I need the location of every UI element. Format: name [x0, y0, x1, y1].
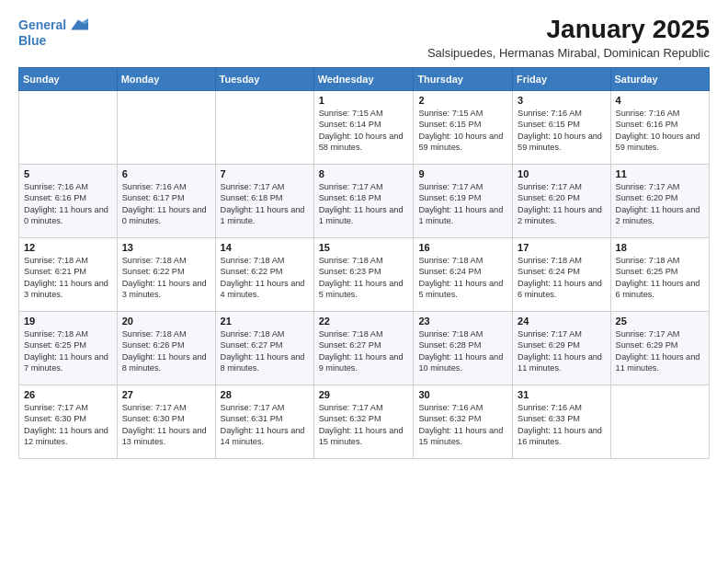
week-row-1: 1Sunrise: 7:15 AM Sunset: 6:14 PM Daylig… [19, 91, 710, 165]
header-thursday: Thursday [414, 68, 513, 91]
day-cell: 11Sunrise: 7:17 AM Sunset: 6:20 PM Dayli… [610, 165, 709, 238]
day-info: Sunrise: 7:17 AM Sunset: 6:29 PM Dayligh… [616, 328, 704, 374]
day-number: 17 [518, 242, 605, 253]
day-info: Sunrise: 7:16 AM Sunset: 6:16 PM Dayligh… [616, 108, 704, 154]
day-cell: 27Sunrise: 7:17 AM Sunset: 6:30 PM Dayli… [117, 385, 215, 459]
day-info: Sunrise: 7:17 AM Sunset: 6:20 PM Dayligh… [518, 181, 605, 227]
day-cell: 30Sunrise: 7:16 AM Sunset: 6:32 PM Dayli… [414, 385, 513, 459]
header-saturday: Saturday [610, 68, 709, 91]
day-cell: 5Sunrise: 7:16 AM Sunset: 6:16 PM Daylig… [19, 165, 118, 238]
logo-icon [68, 15, 88, 35]
calendar-table: Sunday Monday Tuesday Wednesday Thursday… [18, 67, 710, 459]
day-info: Sunrise: 7:16 AM Sunset: 6:33 PM Dayligh… [518, 402, 605, 448]
day-info: Sunrise: 7:18 AM Sunset: 6:25 PM Dayligh… [616, 255, 704, 301]
day-number: 3 [518, 95, 605, 106]
day-cell: 3Sunrise: 7:16 AM Sunset: 6:15 PM Daylig… [513, 91, 610, 165]
week-row-5: 26Sunrise: 7:17 AM Sunset: 6:30 PM Dayli… [19, 385, 710, 459]
day-info: Sunrise: 7:18 AM Sunset: 6:27 PM Dayligh… [221, 328, 309, 374]
day-info: Sunrise: 7:16 AM Sunset: 6:16 PM Dayligh… [24, 181, 112, 227]
day-cell: 14Sunrise: 7:18 AM Sunset: 6:22 PM Dayli… [215, 238, 313, 312]
day-cell [610, 385, 709, 459]
day-cell [19, 91, 118, 165]
day-number: 21 [221, 316, 309, 327]
day-number: 22 [319, 316, 409, 327]
day-cell: 13Sunrise: 7:18 AM Sunset: 6:22 PM Dayli… [117, 238, 215, 312]
week-row-3: 12Sunrise: 7:18 AM Sunset: 6:21 PM Dayli… [19, 238, 710, 312]
day-cell: 26Sunrise: 7:17 AM Sunset: 6:30 PM Dayli… [19, 385, 118, 459]
day-cell: 18Sunrise: 7:18 AM Sunset: 6:25 PM Dayli… [610, 238, 709, 312]
day-cell: 28Sunrise: 7:17 AM Sunset: 6:31 PM Dayli… [215, 385, 313, 459]
day-info: Sunrise: 7:17 AM Sunset: 6:18 PM Dayligh… [319, 181, 409, 227]
day-cell: 21Sunrise: 7:18 AM Sunset: 6:27 PM Dayli… [215, 312, 313, 385]
day-number: 13 [122, 242, 210, 253]
main-title: January 2025 [427, 15, 710, 44]
day-info: Sunrise: 7:18 AM Sunset: 6:23 PM Dayligh… [319, 255, 409, 301]
day-cell: 15Sunrise: 7:18 AM Sunset: 6:23 PM Dayli… [313, 238, 414, 312]
week-row-4: 19Sunrise: 7:18 AM Sunset: 6:25 PM Dayli… [19, 312, 710, 385]
day-info: Sunrise: 7:18 AM Sunset: 6:24 PM Dayligh… [518, 255, 605, 301]
day-number: 4 [616, 95, 704, 106]
day-number: 2 [418, 95, 507, 106]
day-cell: 24Sunrise: 7:17 AM Sunset: 6:29 PM Dayli… [513, 312, 610, 385]
day-number: 9 [418, 168, 507, 179]
day-info: Sunrise: 7:17 AM Sunset: 6:30 PM Dayligh… [24, 402, 112, 448]
day-cell: 4Sunrise: 7:16 AM Sunset: 6:16 PM Daylig… [610, 91, 709, 165]
day-cell: 16Sunrise: 7:18 AM Sunset: 6:24 PM Dayli… [414, 238, 513, 312]
day-info: Sunrise: 7:17 AM Sunset: 6:30 PM Dayligh… [122, 402, 210, 448]
day-cell: 19Sunrise: 7:18 AM Sunset: 6:25 PM Dayli… [19, 312, 118, 385]
day-cell: 29Sunrise: 7:17 AM Sunset: 6:32 PM Dayli… [313, 385, 414, 459]
day-number: 16 [418, 242, 507, 253]
day-cell: 9Sunrise: 7:17 AM Sunset: 6:19 PM Daylig… [414, 165, 513, 238]
day-cell: 12Sunrise: 7:18 AM Sunset: 6:21 PM Dayli… [19, 238, 118, 312]
day-info: Sunrise: 7:17 AM Sunset: 6:19 PM Dayligh… [418, 181, 507, 227]
day-info: Sunrise: 7:18 AM Sunset: 6:22 PM Dayligh… [221, 255, 309, 301]
day-info: Sunrise: 7:18 AM Sunset: 6:27 PM Dayligh… [319, 328, 409, 374]
day-info: Sunrise: 7:18 AM Sunset: 6:26 PM Dayligh… [122, 328, 210, 374]
day-cell: 1Sunrise: 7:15 AM Sunset: 6:14 PM Daylig… [313, 91, 414, 165]
day-info: Sunrise: 7:18 AM Sunset: 6:24 PM Dayligh… [418, 255, 507, 301]
day-number: 20 [122, 316, 210, 327]
day-number: 25 [616, 316, 704, 327]
day-info: Sunrise: 7:18 AM Sunset: 6:25 PM Dayligh… [24, 328, 112, 374]
day-number: 15 [319, 242, 409, 253]
day-info: Sunrise: 7:17 AM Sunset: 6:29 PM Dayligh… [518, 328, 605, 374]
day-cell: 22Sunrise: 7:18 AM Sunset: 6:27 PM Dayli… [313, 312, 414, 385]
day-number: 1 [319, 95, 409, 106]
header-sunday: Sunday [19, 68, 118, 91]
subtitle: Salsipuedes, Hermanas Mirabal, Dominican… [427, 46, 710, 60]
header-wednesday: Wednesday [313, 68, 414, 91]
day-cell: 2Sunrise: 7:15 AM Sunset: 6:15 PM Daylig… [414, 91, 513, 165]
day-info: Sunrise: 7:17 AM Sunset: 6:18 PM Dayligh… [221, 181, 309, 227]
logo-text-line1: General [18, 17, 66, 33]
calendar-page: General Blue January 2025 Salsipuedes, H… [0, 0, 728, 563]
day-cell: 31Sunrise: 7:16 AM Sunset: 6:33 PM Dayli… [513, 385, 610, 459]
header: General Blue January 2025 Salsipuedes, H… [18, 15, 710, 60]
day-cell: 7Sunrise: 7:17 AM Sunset: 6:18 PM Daylig… [215, 165, 313, 238]
day-number: 30 [418, 389, 507, 400]
day-number: 31 [518, 389, 605, 400]
day-info: Sunrise: 7:18 AM Sunset: 6:28 PM Dayligh… [418, 328, 507, 374]
day-number: 29 [319, 389, 409, 400]
day-info: Sunrise: 7:17 AM Sunset: 6:20 PM Dayligh… [616, 181, 704, 227]
day-info: Sunrise: 7:16 AM Sunset: 6:15 PM Dayligh… [518, 108, 605, 154]
day-number: 14 [221, 242, 309, 253]
day-number: 18 [616, 242, 704, 253]
day-info: Sunrise: 7:18 AM Sunset: 6:21 PM Dayligh… [24, 255, 112, 301]
day-number: 19 [24, 316, 112, 327]
day-info: Sunrise: 7:16 AM Sunset: 6:17 PM Dayligh… [122, 181, 210, 227]
day-info: Sunrise: 7:18 AM Sunset: 6:22 PM Dayligh… [122, 255, 210, 301]
day-number: 8 [319, 168, 409, 179]
day-info: Sunrise: 7:15 AM Sunset: 6:14 PM Dayligh… [319, 108, 409, 154]
day-cell [117, 91, 215, 165]
week-row-2: 5Sunrise: 7:16 AM Sunset: 6:16 PM Daylig… [19, 165, 710, 238]
logo-text-line2: Blue [18, 33, 46, 49]
day-cell: 6Sunrise: 7:16 AM Sunset: 6:17 PM Daylig… [117, 165, 215, 238]
day-cell: 20Sunrise: 7:18 AM Sunset: 6:26 PM Dayli… [117, 312, 215, 385]
day-number: 27 [122, 389, 210, 400]
day-number: 11 [616, 168, 704, 179]
day-number: 28 [221, 389, 309, 400]
header-monday: Monday [117, 68, 215, 91]
day-cell: 8Sunrise: 7:17 AM Sunset: 6:18 PM Daylig… [313, 165, 414, 238]
day-number: 23 [418, 316, 507, 327]
day-cell: 10Sunrise: 7:17 AM Sunset: 6:20 PM Dayli… [513, 165, 610, 238]
